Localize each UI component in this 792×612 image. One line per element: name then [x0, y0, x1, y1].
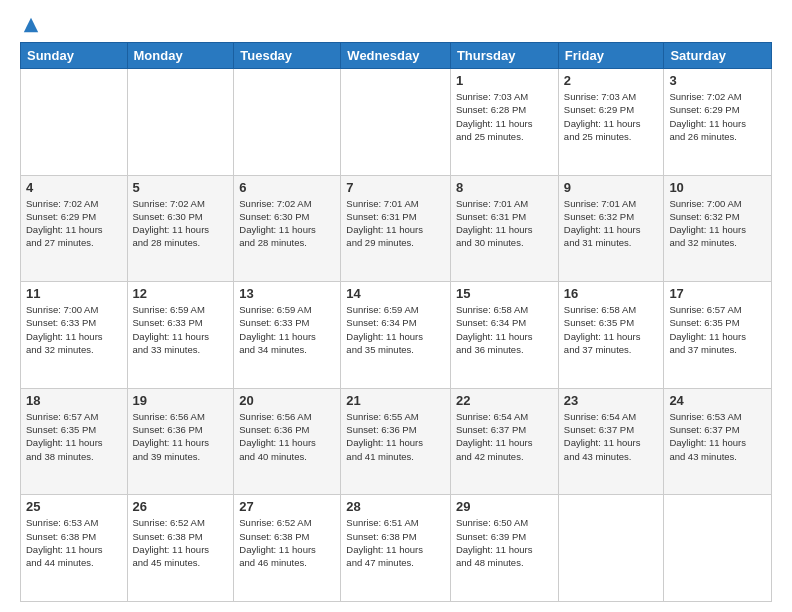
day-info: Sunrise: 6:53 AM Sunset: 6:38 PM Dayligh…	[26, 516, 122, 569]
day-info: Sunrise: 7:02 AM Sunset: 6:30 PM Dayligh…	[239, 197, 335, 250]
day-info: Sunrise: 6:53 AM Sunset: 6:37 PM Dayligh…	[669, 410, 766, 463]
calendar-week-3: 11Sunrise: 7:00 AM Sunset: 6:33 PM Dayli…	[21, 282, 772, 389]
day-number: 28	[346, 499, 445, 514]
day-info: Sunrise: 7:01 AM Sunset: 6:32 PM Dayligh…	[564, 197, 659, 250]
day-number: 8	[456, 180, 553, 195]
calendar-cell: 22Sunrise: 6:54 AM Sunset: 6:37 PM Dayli…	[450, 388, 558, 495]
calendar-cell: 2Sunrise: 7:03 AM Sunset: 6:29 PM Daylig…	[558, 69, 664, 176]
calendar-week-4: 18Sunrise: 6:57 AM Sunset: 6:35 PM Dayli…	[21, 388, 772, 495]
calendar-cell: 23Sunrise: 6:54 AM Sunset: 6:37 PM Dayli…	[558, 388, 664, 495]
calendar-cell: 16Sunrise: 6:58 AM Sunset: 6:35 PM Dayli…	[558, 282, 664, 389]
day-number: 23	[564, 393, 659, 408]
day-number: 22	[456, 393, 553, 408]
day-number: 14	[346, 286, 445, 301]
calendar-cell: 17Sunrise: 6:57 AM Sunset: 6:35 PM Dayli…	[664, 282, 772, 389]
calendar-header-tuesday: Tuesday	[234, 43, 341, 69]
calendar-table: SundayMondayTuesdayWednesdayThursdayFrid…	[20, 42, 772, 602]
day-info: Sunrise: 7:01 AM Sunset: 6:31 PM Dayligh…	[346, 197, 445, 250]
day-number: 16	[564, 286, 659, 301]
calendar-cell: 20Sunrise: 6:56 AM Sunset: 6:36 PM Dayli…	[234, 388, 341, 495]
calendar-week-1: 1Sunrise: 7:03 AM Sunset: 6:28 PM Daylig…	[21, 69, 772, 176]
day-info: Sunrise: 7:01 AM Sunset: 6:31 PM Dayligh…	[456, 197, 553, 250]
day-info: Sunrise: 6:51 AM Sunset: 6:38 PM Dayligh…	[346, 516, 445, 569]
day-number: 18	[26, 393, 122, 408]
day-info: Sunrise: 6:52 AM Sunset: 6:38 PM Dayligh…	[239, 516, 335, 569]
day-info: Sunrise: 7:02 AM Sunset: 6:29 PM Dayligh…	[26, 197, 122, 250]
logo	[20, 16, 40, 34]
day-number: 6	[239, 180, 335, 195]
calendar-cell: 12Sunrise: 6:59 AM Sunset: 6:33 PM Dayli…	[127, 282, 234, 389]
calendar-cell: 5Sunrise: 7:02 AM Sunset: 6:30 PM Daylig…	[127, 175, 234, 282]
day-info: Sunrise: 6:55 AM Sunset: 6:36 PM Dayligh…	[346, 410, 445, 463]
day-info: Sunrise: 6:50 AM Sunset: 6:39 PM Dayligh…	[456, 516, 553, 569]
calendar-header-wednesday: Wednesday	[341, 43, 451, 69]
calendar-header-friday: Friday	[558, 43, 664, 69]
day-number: 3	[669, 73, 766, 88]
calendar-cell	[341, 69, 451, 176]
day-info: Sunrise: 6:57 AM Sunset: 6:35 PM Dayligh…	[669, 303, 766, 356]
day-info: Sunrise: 6:52 AM Sunset: 6:38 PM Dayligh…	[133, 516, 229, 569]
calendar-cell	[127, 69, 234, 176]
day-number: 27	[239, 499, 335, 514]
day-number: 10	[669, 180, 766, 195]
calendar-cell: 4Sunrise: 7:02 AM Sunset: 6:29 PM Daylig…	[21, 175, 128, 282]
calendar-header-sunday: Sunday	[21, 43, 128, 69]
calendar-cell: 27Sunrise: 6:52 AM Sunset: 6:38 PM Dayli…	[234, 495, 341, 602]
calendar-cell	[21, 69, 128, 176]
day-info: Sunrise: 6:59 AM Sunset: 6:34 PM Dayligh…	[346, 303, 445, 356]
calendar-cell: 21Sunrise: 6:55 AM Sunset: 6:36 PM Dayli…	[341, 388, 451, 495]
calendar-cell: 7Sunrise: 7:01 AM Sunset: 6:31 PM Daylig…	[341, 175, 451, 282]
day-info: Sunrise: 6:54 AM Sunset: 6:37 PM Dayligh…	[564, 410, 659, 463]
day-number: 29	[456, 499, 553, 514]
day-number: 20	[239, 393, 335, 408]
calendar-header-thursday: Thursday	[450, 43, 558, 69]
calendar-cell: 18Sunrise: 6:57 AM Sunset: 6:35 PM Dayli…	[21, 388, 128, 495]
calendar-cell: 9Sunrise: 7:01 AM Sunset: 6:32 PM Daylig…	[558, 175, 664, 282]
day-number: 19	[133, 393, 229, 408]
calendar-week-5: 25Sunrise: 6:53 AM Sunset: 6:38 PM Dayli…	[21, 495, 772, 602]
calendar-cell: 3Sunrise: 7:02 AM Sunset: 6:29 PM Daylig…	[664, 69, 772, 176]
day-number: 5	[133, 180, 229, 195]
day-info: Sunrise: 6:57 AM Sunset: 6:35 PM Dayligh…	[26, 410, 122, 463]
day-info: Sunrise: 7:02 AM Sunset: 6:29 PM Dayligh…	[669, 90, 766, 143]
calendar-cell	[664, 495, 772, 602]
day-number: 11	[26, 286, 122, 301]
calendar-header-row: SundayMondayTuesdayWednesdayThursdayFrid…	[21, 43, 772, 69]
day-number: 7	[346, 180, 445, 195]
calendar-cell	[558, 495, 664, 602]
day-number: 15	[456, 286, 553, 301]
calendar-cell: 19Sunrise: 6:56 AM Sunset: 6:36 PM Dayli…	[127, 388, 234, 495]
calendar-cell: 25Sunrise: 6:53 AM Sunset: 6:38 PM Dayli…	[21, 495, 128, 602]
calendar-cell: 6Sunrise: 7:02 AM Sunset: 6:30 PM Daylig…	[234, 175, 341, 282]
day-info: Sunrise: 7:02 AM Sunset: 6:30 PM Dayligh…	[133, 197, 229, 250]
logo-icon	[22, 16, 40, 34]
day-info: Sunrise: 7:03 AM Sunset: 6:28 PM Dayligh…	[456, 90, 553, 143]
day-number: 12	[133, 286, 229, 301]
day-number: 25	[26, 499, 122, 514]
calendar-week-2: 4Sunrise: 7:02 AM Sunset: 6:29 PM Daylig…	[21, 175, 772, 282]
svg-marker-0	[24, 18, 38, 32]
day-number: 24	[669, 393, 766, 408]
day-info: Sunrise: 6:58 AM Sunset: 6:34 PM Dayligh…	[456, 303, 553, 356]
calendar-cell: 28Sunrise: 6:51 AM Sunset: 6:38 PM Dayli…	[341, 495, 451, 602]
calendar-cell: 8Sunrise: 7:01 AM Sunset: 6:31 PM Daylig…	[450, 175, 558, 282]
day-info: Sunrise: 6:59 AM Sunset: 6:33 PM Dayligh…	[239, 303, 335, 356]
calendar-cell: 15Sunrise: 6:58 AM Sunset: 6:34 PM Dayli…	[450, 282, 558, 389]
day-number: 21	[346, 393, 445, 408]
day-number: 17	[669, 286, 766, 301]
day-info: Sunrise: 6:58 AM Sunset: 6:35 PM Dayligh…	[564, 303, 659, 356]
calendar-header-monday: Monday	[127, 43, 234, 69]
day-info: Sunrise: 6:56 AM Sunset: 6:36 PM Dayligh…	[239, 410, 335, 463]
calendar-cell: 10Sunrise: 7:00 AM Sunset: 6:32 PM Dayli…	[664, 175, 772, 282]
day-number: 1	[456, 73, 553, 88]
calendar-cell: 11Sunrise: 7:00 AM Sunset: 6:33 PM Dayli…	[21, 282, 128, 389]
calendar-header-saturday: Saturday	[664, 43, 772, 69]
day-info: Sunrise: 6:54 AM Sunset: 6:37 PM Dayligh…	[456, 410, 553, 463]
day-info: Sunrise: 6:59 AM Sunset: 6:33 PM Dayligh…	[133, 303, 229, 356]
day-info: Sunrise: 7:03 AM Sunset: 6:29 PM Dayligh…	[564, 90, 659, 143]
calendar-cell: 14Sunrise: 6:59 AM Sunset: 6:34 PM Dayli…	[341, 282, 451, 389]
calendar-cell: 13Sunrise: 6:59 AM Sunset: 6:33 PM Dayli…	[234, 282, 341, 389]
day-number: 2	[564, 73, 659, 88]
day-number: 26	[133, 499, 229, 514]
day-info: Sunrise: 6:56 AM Sunset: 6:36 PM Dayligh…	[133, 410, 229, 463]
